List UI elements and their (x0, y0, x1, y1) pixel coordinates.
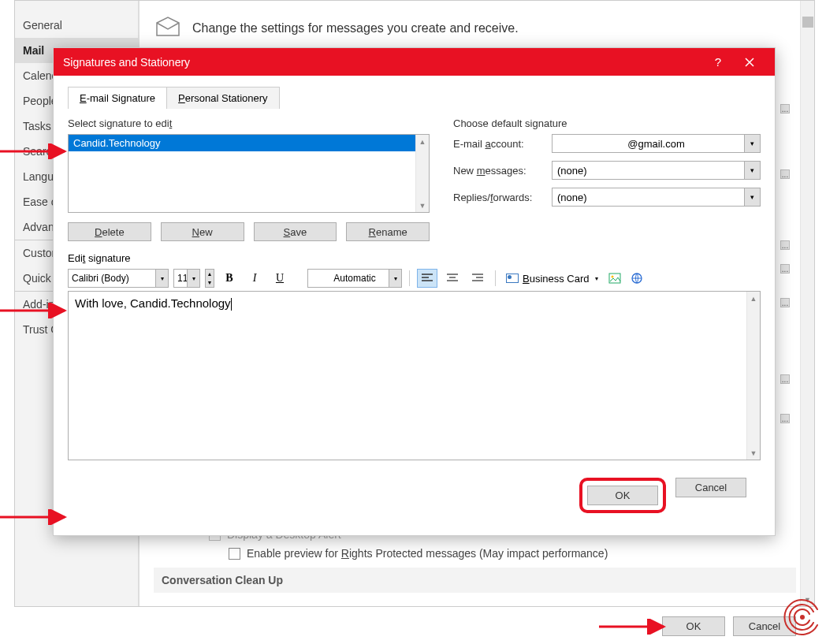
new-button[interactable]: New (161, 222, 244, 241)
font-size-combo[interactable]: 11▾ (173, 269, 200, 288)
insert-picture-button[interactable] (606, 270, 623, 287)
options-scrollbar[interactable]: ▼ (800, 1, 814, 606)
editor-scrollbar[interactable]: ▲ ▼ (746, 292, 760, 460)
checkbox-label: Enable preview for Rights Protected mess… (247, 547, 608, 560)
editor-toolbar: Calibri (Body)▾ 11▾ ▲▼ B I U Automatic▾ (68, 269, 761, 288)
new-messages-label: New messages: (453, 165, 544, 177)
signature-list-item[interactable]: Candid.Technology (69, 135, 429, 151)
ok-highlight-annotation: OK (579, 478, 666, 513)
sidebar-item-general[interactable]: General (15, 13, 138, 38)
dialog-ok-button[interactable]: OK (587, 486, 658, 505)
mail-header-text: Change the settings for messages you cre… (192, 21, 519, 35)
help-button[interactable]: ? (702, 48, 734, 76)
dialog-footer: OK Cancel (68, 467, 761, 524)
bg-button-sliver: ... (780, 264, 790, 274)
align-right-button[interactable] (467, 269, 488, 288)
align-center-button[interactable] (442, 269, 463, 288)
new-messages-select[interactable]: (none)▾ (552, 161, 761, 180)
dialog-title: Signatures and Stationery (63, 56, 702, 69)
bg-button-sliver: ... (780, 240, 790, 250)
save-button[interactable]: Save (254, 222, 337, 241)
signature-list[interactable]: Candid.Technology ▲ ▼ (68, 134, 430, 213)
checkbox-rights-preview[interactable] (229, 548, 240, 560)
dialog-cancel-button[interactable]: Cancel (675, 478, 746, 497)
align-left-button[interactable] (417, 269, 437, 288)
business-card-button[interactable]: Business Card ▾ (503, 269, 601, 288)
signatures-dialog: Signatures and Stationery ? E-mail Signa… (53, 47, 776, 536)
svg-point-1 (611, 276, 613, 278)
tab-personal-stationery[interactable]: Personal Stationery (166, 87, 279, 109)
annotation-arrow (599, 619, 672, 635)
edit-signature-label: Edit signature (68, 252, 761, 264)
italic-button[interactable]: I (244, 269, 265, 288)
replies-forwards-label: Replies/forwards: (453, 192, 544, 203)
rename-button[interactable]: Rename (346, 222, 430, 241)
business-card-icon (506, 274, 519, 283)
dialog-tabs: E-mail Signature Personal Stationery (68, 87, 761, 109)
signature-editor[interactable]: With love, Candid.Technology ▲ ▼ (68, 291, 761, 460)
font-size-spinner[interactable]: ▲▼ (205, 269, 214, 288)
bg-button-sliver: ... (780, 374, 790, 384)
options-footer-buttons: OK Cancel (662, 616, 796, 636)
delete-button[interactable]: Delete (68, 222, 151, 241)
tab-email-signature[interactable]: E-mail Signature (68, 87, 167, 109)
font-combo[interactable]: Calibri (Body)▾ (68, 269, 169, 288)
section-conversation-cleanup: Conversation Clean Up (154, 568, 796, 593)
bg-button-sliver: ... (780, 414, 790, 423)
bg-button-sliver: ... (780, 104, 790, 114)
insert-hyperlink-button[interactable] (628, 270, 646, 287)
bg-button-sliver: ... (780, 169, 790, 179)
close-button[interactable] (734, 48, 765, 76)
svg-point-7 (800, 615, 805, 620)
email-account-label: E-mail account: (453, 138, 544, 150)
dialog-titlebar: Signatures and Stationery ? (54, 48, 775, 76)
options-ok-button[interactable]: OK (662, 616, 725, 636)
replies-forwards-select[interactable]: (none)▾ (552, 188, 761, 207)
envelope-icon (155, 17, 180, 40)
underline-button[interactable]: U (270, 269, 290, 288)
editor-text: With love, Candid.Technology (75, 296, 232, 310)
choose-default-label: Choose default signature (453, 117, 761, 129)
font-color-combo[interactable]: Automatic▾ (307, 269, 402, 288)
bg-lower-content: Display a Desktop Alert Enable preview f… (154, 528, 796, 593)
email-account-select[interactable]: @gmail.com▾ (552, 134, 761, 153)
bold-button[interactable]: B (219, 269, 240, 288)
select-signature-label: Select signature to edit (68, 117, 430, 129)
candid-logo-icon (782, 597, 823, 641)
bg-button-sliver: ... (780, 298, 790, 307)
signature-list-scrollbar[interactable]: ▲ ▼ (415, 135, 429, 212)
